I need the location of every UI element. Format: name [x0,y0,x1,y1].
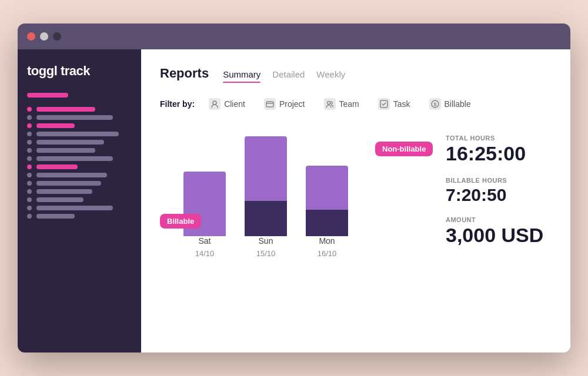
bar-day-mon: Mon [319,236,335,246]
sidebar-line [36,123,75,128]
list-item[interactable] [27,173,132,177]
svg-rect-1 [266,102,273,107]
stat-total-hours: TOTAL HOURS 16:25:00 [446,135,552,164]
sidebar-line [36,189,92,194]
bar-group-mon: Mon 16/10 [306,166,348,258]
list-item[interactable] [27,140,132,145]
filter-client-button[interactable]: Client [204,96,250,112]
titlebar [18,24,570,49]
non-billable-tooltip-wrapper: Non-billable [375,148,402,149]
team-icon [324,98,336,110]
sidebar-line [36,164,78,169]
filter-billable-button[interactable]: $ Billable [425,96,476,112]
billable-icon: $ [429,98,441,110]
billable-tooltip-wrapper: Billable [160,220,195,221]
list-item[interactable] [27,197,132,202]
list-item[interactable] [27,189,132,194]
sidebar-top-bar [27,93,68,98]
bar-day-sat: Sat [198,236,211,246]
tab-weekly[interactable]: Weekly [316,69,345,82]
list-item[interactable] [27,206,132,210]
sidebar-nav [27,107,132,219]
billable-hours-value: 7:20:50 [446,185,552,204]
sidebar-line [36,197,83,202]
filter-client-label: Client [224,99,245,109]
list-item[interactable] [27,107,132,112]
bars-container: Sat 14/10 Billable [160,129,434,258]
amount-value: 3,000 USD [446,224,552,246]
stats-area: TOTAL HOURS 16:25:00 BILLABLE HOURS 7:20… [434,135,552,258]
sidebar-dot [27,115,32,120]
minimize-button[interactable] [40,32,48,41]
project-icon [264,98,276,110]
sidebar-line [36,115,113,120]
list-item[interactable] [27,164,132,169]
filter-team-label: Team [339,99,359,109]
filter-task-label: Task [393,99,410,109]
sidebar-line [36,156,113,161]
stat-amount: AMOUNT 3,000 USD [446,216,552,246]
bar-sun-billable [245,201,287,236]
list-item[interactable] [27,123,132,128]
amount-label: AMOUNT [446,216,552,223]
list-item[interactable] [27,132,132,136]
bar-stack-mon [306,166,348,236]
logo-main: toggl [27,63,57,78]
bar-date-sat: 14/10 [195,249,215,258]
sidebar-line [36,214,75,219]
filter-billable-label: Billable [445,99,471,109]
total-hours-label: TOTAL HOURS [446,135,552,142]
filter-row: Filter by: Client [160,96,552,112]
list-item[interactable] [27,148,132,153]
sidebar-dot [27,189,32,194]
sidebar-dot [27,140,32,145]
bar-mon-non-billable [306,166,348,210]
filter-task-button[interactable]: Task [373,96,415,112]
task-icon [378,98,390,110]
sidebar-line [36,140,104,145]
sidebar: toggl track [18,49,141,352]
tab-detailed[interactable]: Detailed [272,69,305,82]
list-item[interactable] [27,115,132,120]
non-billable-tooltip: Non-billable [375,142,433,156]
bar-date-mon: 16/10 [318,249,337,258]
sidebar-dot [27,132,32,136]
tab-summary[interactable]: Summary [223,69,260,82]
list-item[interactable] [27,214,132,219]
sidebar-line [36,173,107,177]
stat-billable-hours: BILLABLE HOURS 7:20:50 [446,177,552,204]
sidebar-dot [27,156,32,161]
filter-team-button[interactable]: Team [319,96,364,112]
bar-group-sun: Sun 15/10 Non-billable [245,136,287,258]
billable-hours-label: BILLABLE HOURS [446,177,552,184]
window-body: toggl track [18,49,570,352]
list-item[interactable] [27,181,132,186]
sidebar-dot [27,164,32,169]
sidebar-dot [27,148,32,153]
sidebar-line [36,132,119,136]
sidebar-line [36,148,95,153]
svg-text:$: $ [433,102,436,108]
list-item[interactable] [27,156,132,161]
sidebar-line [36,206,113,210]
filter-project-button[interactable]: Project [259,96,310,112]
sidebar-dot [27,173,32,177]
logo-sub: track [57,63,90,78]
bar-day-sun: Sun [259,236,273,246]
billable-tooltip: Billable [160,214,201,229]
close-button[interactable] [27,32,35,41]
filter-project-label: Project [279,99,305,109]
client-icon [209,98,220,110]
bar-mon-billable [306,210,348,236]
sidebar-dot [27,123,32,128]
sidebar-dot [27,206,32,210]
tabs: Summary Detailed Weekly [223,69,345,82]
total-hours-value: 16:25:00 [446,143,552,164]
maximize-button[interactable] [53,32,61,41]
svg-point-2 [327,102,330,105]
sidebar-dot [27,107,32,112]
sidebar-dot [27,197,32,202]
bar-sun-non-billable [245,136,287,201]
logo: toggl track [27,63,132,79]
svg-point-0 [213,101,216,105]
